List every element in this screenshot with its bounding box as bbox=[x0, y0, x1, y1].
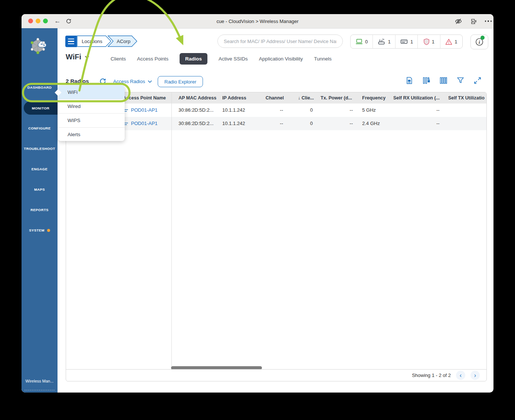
svg-text:ACorp: ACorp bbox=[117, 39, 131, 44]
search-input[interactable] bbox=[217, 35, 343, 48]
refresh-button[interactable] bbox=[99, 78, 106, 85]
client-devices-icon bbox=[355, 39, 363, 45]
menu-item-wips[interactable]: WIPS bbox=[58, 114, 125, 128]
radio-count-label: 2 Radios bbox=[66, 78, 89, 84]
alerts-triangle-icon bbox=[445, 39, 452, 45]
radio-explorer-button[interactable]: Radio Explorer bbox=[158, 76, 203, 87]
page-title-dropdown[interactable]: WiFi bbox=[66, 53, 89, 61]
freeze-columns-icon[interactable] bbox=[423, 77, 430, 84]
sidebar-divider bbox=[24, 390, 55, 390]
access-radios-dropdown[interactable]: Access Radios bbox=[113, 79, 152, 84]
locations-menu-button[interactable] bbox=[65, 36, 77, 47]
breadcrumb: Locations ACorp bbox=[77, 35, 140, 47]
ap-name-link[interactable]: POD01-AP1 bbox=[131, 104, 158, 117]
menu-item-alerts[interactable]: Alerts bbox=[58, 128, 125, 141]
status-summary-bar: 0 1 1 1 bbox=[350, 35, 463, 49]
system-status-dot bbox=[47, 229, 50, 232]
sidebar-item-troubleshoot[interactable]: TROUBLESHOOT bbox=[22, 147, 58, 151]
cloudvision-logo bbox=[28, 35, 51, 56]
table-row[interactable]: POD01-AP1 30:86:2D:5D:2... 10.1.1.242 --… bbox=[66, 117, 486, 130]
column-tx-power[interactable]: Tx. Power (d... bbox=[321, 92, 352, 104]
svg-text:Locations: Locations bbox=[82, 39, 102, 44]
breadcrumb-acorp[interactable]: ACorp bbox=[108, 36, 137, 47]
tab-application-visibility[interactable]: Application Visibility bbox=[259, 56, 303, 62]
chevron-down-icon bbox=[148, 80, 152, 83]
browser-tab-title: cue - CloudVision > Wireless Manager bbox=[22, 14, 493, 28]
browser-window: ← cue - CloudVision > Wireless Manager bbox=[22, 14, 493, 393]
hide-password-icon[interactable] bbox=[454, 17, 462, 25]
tab-tunnels[interactable]: Tunnels bbox=[314, 56, 332, 62]
column-frequency[interactable]: Frequency bbox=[362, 92, 386, 104]
column-ap-mac-address[interactable]: AP MAC Address bbox=[178, 92, 216, 104]
tab-access-points[interactable]: Access Points bbox=[137, 56, 168, 62]
sidebar-item-system[interactable]: SYSTEM bbox=[22, 228, 58, 232]
table-footer: Showing 1 - 2 of 2 ‹ › bbox=[66, 369, 486, 381]
radio-icon bbox=[124, 108, 129, 113]
radio-icon bbox=[124, 122, 129, 126]
menu-item-wifi[interactable]: WiFi bbox=[58, 85, 125, 99]
frozen-column-divider bbox=[171, 92, 172, 370]
sidebar-footer-label: Wireless Man... bbox=[22, 379, 58, 383]
column-ip-address[interactable]: IP Address bbox=[222, 92, 246, 104]
security-shield-icon bbox=[423, 38, 430, 45]
sidebar: DASHBOARD MONITOR CONFIGURE TROUBLESHOOT… bbox=[22, 28, 58, 393]
table-header: Access Point Name AP MAC Address IP Addr… bbox=[66, 92, 486, 104]
access-points-icon bbox=[377, 38, 386, 45]
sidebar-item-dashboard[interactable]: DASHBOARD bbox=[22, 85, 58, 89]
page-tabs: Clients Access Points Radios Active SSID… bbox=[111, 52, 332, 65]
ap-name-link[interactable]: POD01-AP1 bbox=[131, 117, 158, 130]
switches-icon bbox=[400, 39, 408, 45]
status-alerts[interactable]: 1 bbox=[440, 35, 462, 48]
browser-menu-button[interactable] bbox=[484, 17, 492, 25]
column-clients[interactable]: ↓ Clie... bbox=[285, 92, 314, 104]
chevron-down-icon bbox=[85, 56, 89, 59]
tab-clients[interactable]: Clients bbox=[111, 56, 126, 62]
column-self-rx-utilization[interactable]: Self RX Utilization (... bbox=[393, 92, 440, 104]
column-access-point-name[interactable]: Access Point Name bbox=[123, 92, 166, 104]
manage-columns-icon[interactable] bbox=[440, 77, 447, 84]
tab-active-ssids[interactable]: Active SSIDs bbox=[219, 56, 248, 62]
table-row[interactable]: POD01-AP1 30:86:2D:5D:2... 10.1.1.242 --… bbox=[66, 104, 486, 117]
menu-item-wired[interactable]: Wired bbox=[58, 99, 125, 114]
prev-page-button[interactable]: ‹ bbox=[456, 371, 465, 380]
status-security[interactable]: 1 bbox=[417, 35, 440, 48]
eye-off-icon bbox=[455, 18, 462, 25]
kebab-dot bbox=[485, 20, 486, 22]
filter-icon[interactable] bbox=[457, 77, 464, 84]
sidebar-item-maps[interactable]: MAPS bbox=[22, 187, 58, 191]
puzzle-icon bbox=[470, 18, 477, 24]
expand-fullscreen-icon[interactable] bbox=[474, 77, 481, 84]
online-status-dot bbox=[480, 36, 485, 40]
column-channel[interactable]: Channel bbox=[252, 92, 284, 104]
tab-radios[interactable]: Radios bbox=[180, 53, 207, 65]
extensions-button[interactable] bbox=[469, 17, 478, 25]
sidebar-item-reports[interactable]: REPORTS bbox=[22, 208, 58, 212]
status-switches[interactable]: 1 bbox=[395, 35, 417, 48]
next-page-button[interactable]: › bbox=[470, 371, 480, 380]
sidebar-item-engage[interactable]: ENGAGE bbox=[22, 167, 58, 171]
column-self-tx-utilization[interactable]: Self TX Utilizatio bbox=[448, 92, 485, 104]
radios-table: Access Point Name AP MAC Address IP Addr… bbox=[66, 92, 487, 381]
browser-chrome: ← cue - CloudVision > Wireless Manager bbox=[22, 14, 493, 29]
sidebar-item-configure[interactable]: CONFIGURE bbox=[22, 126, 58, 130]
svg-text:i: i bbox=[479, 40, 480, 45]
status-clients[interactable]: 0 bbox=[351, 35, 373, 48]
export-report-icon[interactable] bbox=[406, 77, 413, 84]
info-button[interactable]: i bbox=[470, 35, 488, 49]
screenshot-canvas: { "browser": { "title": "cue - CloudVisi… bbox=[0, 0, 515, 420]
breadcrumb-locations[interactable]: Locations bbox=[77, 36, 111, 47]
monitor-flyout-menu: WiFi Wired WIPS Alerts bbox=[58, 85, 125, 141]
sidebar-item-monitor[interactable]: MONITOR bbox=[24, 101, 58, 115]
pagination-summary: Showing 1 - 2 of 2 bbox=[412, 373, 451, 378]
sort-desc-icon: ↓ bbox=[298, 95, 300, 101]
status-access-points[interactable]: 1 bbox=[373, 35, 395, 48]
